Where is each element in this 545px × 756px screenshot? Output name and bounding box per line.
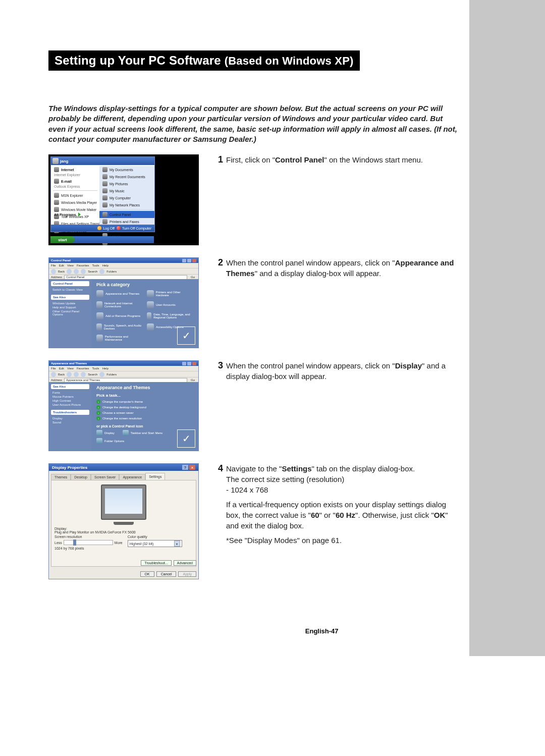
cat-network[interactable]: Network and Internet Connections: [96, 301, 143, 308]
start-item-msn[interactable]: MSN Explorer: [51, 192, 99, 199]
switch-view[interactable]: Switch to Classic View: [51, 288, 89, 292]
task-screensaver[interactable]: ›Choose a screen saver: [96, 411, 193, 415]
up-icon[interactable]: [74, 269, 79, 274]
task-resolution[interactable]: ›Change the screen resolution: [96, 416, 193, 420]
help-button[interactable]: ?: [182, 465, 188, 470]
start-item-internet[interactable]: Internet: [51, 166, 99, 173]
side-uap[interactable]: User Account Picture: [51, 403, 89, 407]
start-item-network[interactable]: My Network Places: [99, 201, 154, 208]
other-options[interactable]: Other Control Panel Options: [51, 309, 89, 316]
back-label[interactable]: Back: [58, 373, 65, 376]
start-item-wmm[interactable]: Windows Movie Maker: [51, 206, 99, 213]
side-fonts[interactable]: Fonts: [51, 391, 89, 395]
more-label: More: [115, 541, 123, 545]
menu-tools[interactable]: Tools: [92, 367, 99, 370]
minimize-button[interactable]: [182, 362, 186, 365]
title-paren: (Based on Windows XP): [225, 55, 354, 67]
menu-help[interactable]: Help: [102, 264, 108, 267]
folders-label[interactable]: Folders: [106, 373, 117, 376]
apply-button[interactable]: Apply: [178, 571, 196, 577]
icon-display[interactable]: Display: [96, 430, 115, 436]
advanced-button[interactable]: Advanced: [174, 560, 196, 566]
menu-file[interactable]: File: [51, 264, 56, 267]
minimize-button[interactable]: [182, 259, 186, 262]
step-4-text: Navigate to the "Settings" tab on the di…: [226, 463, 459, 546]
ok-button[interactable]: OK: [140, 571, 154, 577]
windows-update[interactable]: Windows Update: [51, 301, 89, 305]
color-quality-select[interactable]: Highest (32 bit) ▾: [128, 540, 182, 547]
cancel-button[interactable]: Cancel: [156, 571, 177, 577]
start-item-recent[interactable]: My Recent Documents: [99, 173, 154, 180]
user-avatar-icon: [52, 158, 59, 164]
search-icon[interactable]: [81, 269, 86, 274]
maximize-button[interactable]: [187, 362, 191, 365]
task-theme[interactable]: ›Change the computer's theme: [96, 400, 193, 404]
folders-label[interactable]: Folders: [106, 270, 117, 273]
start-item-mydocs[interactable]: My Documents: [99, 166, 154, 173]
up-icon[interactable]: [74, 372, 79, 377]
step-3-text: When the control panel window appears, c…: [226, 360, 459, 382]
start-item-printers[interactable]: Printers and Faxes: [99, 218, 154, 225]
cat-addremove[interactable]: Add or Remove Programs: [96, 312, 143, 319]
maximize-button[interactable]: [187, 259, 191, 262]
start-item-music[interactable]: My Music: [99, 187, 154, 194]
troubleshoot-button[interactable]: Troubleshoot...: [141, 560, 171, 566]
menu-help[interactable]: Help: [102, 367, 108, 370]
menu-view[interactable]: View: [67, 367, 74, 370]
cat-datetime[interactable]: Date, Time, Language, and Regional Optio…: [147, 312, 193, 319]
menu-view[interactable]: View: [67, 264, 74, 267]
cat-performance[interactable]: Performance and Maintenance: [96, 335, 143, 342]
close-button[interactable]: [192, 259, 196, 262]
go-button[interactable]: Go: [189, 276, 196, 279]
logoff-button[interactable]: Log Off: [97, 226, 115, 230]
help-and-support[interactable]: Help and Support: [51, 305, 89, 309]
side-mouse[interactable]: Mouse Pointers: [51, 395, 89, 399]
start-item-control-panel[interactable]: Control Panel: [99, 211, 154, 218]
icon-folder-options[interactable]: Folder Options: [96, 438, 124, 444]
cat-sounds[interactable]: Sounds, Speech, and Audio Devices: [96, 323, 143, 331]
start-button[interactable]: start: [50, 236, 75, 243]
search-label[interactable]: Search: [88, 373, 97, 376]
side-highcontrast[interactable]: High Contrast: [51, 399, 89, 403]
forward-icon[interactable]: [67, 372, 72, 377]
start-item-email[interactable]: E-mail: [51, 178, 99, 185]
s4l4d: 60 Hz: [336, 511, 355, 519]
folders-icon[interactable]: [99, 372, 104, 377]
screen-res-group: Screen resolution Less More 1024 by 768 …: [54, 535, 123, 550]
menu-tools[interactable]: Tools: [92, 264, 99, 267]
all-programs[interactable]: All Programs: [54, 212, 81, 217]
cat-users[interactable]: User Accounts: [147, 301, 193, 308]
back-icon[interactable]: [51, 372, 56, 377]
close-button[interactable]: [192, 362, 196, 365]
back-icon[interactable]: [51, 269, 56, 274]
go-button[interactable]: Go: [189, 379, 196, 382]
icon-taskbar[interactable]: Taskbar and Start Menu: [123, 430, 163, 436]
search-label[interactable]: Search: [88, 270, 97, 273]
folders-icon[interactable]: [99, 269, 104, 274]
side-sound[interactable]: Sound: [51, 420, 89, 424]
close-button[interactable]: ×: [189, 465, 195, 470]
s1t1: First, click on ": [226, 155, 275, 164]
at-menubar: File Edit View Favorites Tools Help: [49, 366, 198, 371]
back-label[interactable]: Back: [58, 270, 65, 273]
menu-file[interactable]: File: [51, 367, 56, 370]
menu-edit[interactable]: Edit: [59, 264, 64, 267]
menu-edit[interactable]: Edit: [59, 367, 64, 370]
menu-favorites[interactable]: Favorites: [77, 367, 89, 370]
side-display[interactable]: Display: [51, 416, 89, 420]
s4l4c: " or ": [319, 511, 336, 519]
slider-knob[interactable]: [73, 539, 76, 546]
start-item-pictures[interactable]: My Pictures: [99, 180, 154, 187]
start-item-wmp[interactable]: Windows Media Player: [51, 199, 99, 206]
forward-icon[interactable]: [67, 269, 72, 274]
cat-printers[interactable]: Printers and Other Hardware: [147, 290, 193, 297]
search-icon[interactable]: [81, 372, 86, 377]
menu-favorites[interactable]: Favorites: [77, 264, 89, 267]
task-background[interactable]: ›Change the desktop background: [96, 405, 193, 409]
shutdown-button[interactable]: Turn Off Computer: [117, 226, 151, 230]
start-item-computer[interactable]: My Computer: [99, 194, 154, 201]
pick-category-heading: Pick a category: [96, 282, 193, 287]
cat-users-label: User Accounts: [156, 303, 176, 306]
resolution-slider[interactable]: [64, 540, 113, 545]
cat-appearance[interactable]: Appearance and Themes: [96, 290, 143, 297]
